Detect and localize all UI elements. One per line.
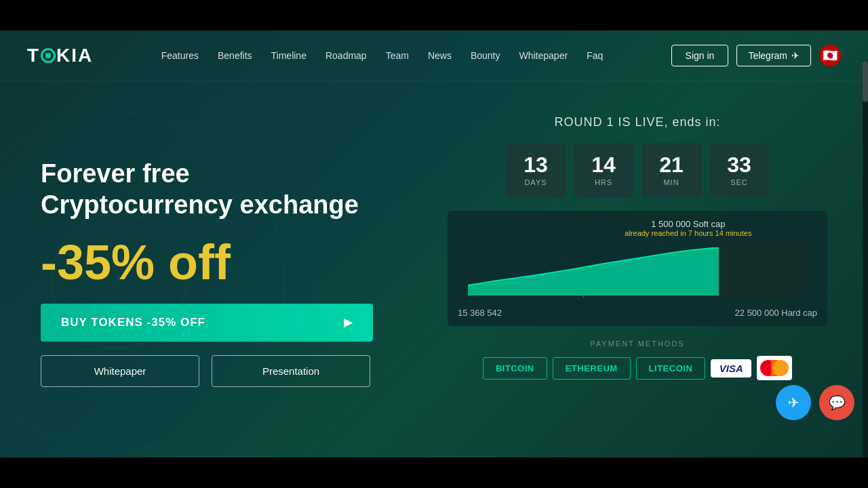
main-wrapper: T KIA Features Benefits Timeline Roadmap… bbox=[0, 30, 868, 458]
buy-tokens-button[interactable]: BUY TOKENS -35% OFF ▶ bbox=[41, 304, 373, 342]
sec-number: 33 bbox=[727, 154, 751, 176]
days-number: 13 bbox=[524, 154, 548, 176]
mastercard-button[interactable] bbox=[757, 356, 792, 380]
flag-emoji: 🇯🇵 bbox=[823, 48, 837, 63]
whitepaper-button[interactable]: Whitepaper bbox=[41, 355, 199, 387]
min-label: MIN bbox=[663, 178, 679, 186]
litecoin-button[interactable]: LITECOIN bbox=[636, 357, 706, 380]
chat-float-icon: 💬 bbox=[829, 394, 846, 411]
secondary-buttons: Whitepaper Presentation bbox=[41, 355, 420, 387]
signin-button[interactable]: Sign in bbox=[671, 45, 729, 66]
soft-cap-sub: already reached in 7 hours 14 minutes bbox=[625, 229, 751, 237]
nav-news[interactable]: News bbox=[428, 50, 452, 61]
hard-cap: 22 500 000 Hard cap bbox=[735, 308, 817, 318]
scrollbar[interactable] bbox=[863, 61, 868, 458]
telegram-label: Telegram bbox=[748, 50, 787, 61]
soft-cap-label: 1 500 000 Soft cap already reached in 7 … bbox=[625, 219, 751, 237]
svg-rect-2 bbox=[719, 238, 807, 296]
nav-whitepaper[interactable]: Whitepaper bbox=[519, 50, 568, 61]
nav-benefits[interactable]: Benefits bbox=[218, 50, 252, 61]
scrollbar-thumb[interactable] bbox=[863, 61, 868, 102]
telegram-button[interactable]: Telegram ✈ bbox=[736, 45, 811, 66]
chart-area: 1 500 000 Soft cap already reached in 7 … bbox=[448, 211, 827, 326]
logo-text-KIA: KIA bbox=[56, 45, 93, 66]
main-content: Forever free Cryptocurrency exchange -35… bbox=[0, 81, 868, 458]
telegram-float-icon: ✈ bbox=[788, 394, 800, 411]
days-label: DAYS bbox=[524, 178, 547, 186]
hrs-number: 14 bbox=[591, 154, 616, 176]
payment-section: PAYMENT METHODS BITCOIN ETHEREUM LITECOI… bbox=[448, 340, 827, 380]
black-bar-top bbox=[0, 0, 868, 30]
floating-buttons: ✈ 💬 bbox=[776, 385, 854, 420]
main-nav: Features Benefits Timeline Roadmap Team … bbox=[161, 50, 604, 61]
nav-roadmap[interactable]: Roadmap bbox=[326, 50, 367, 61]
header: T KIA Features Benefits Timeline Roadmap… bbox=[0, 30, 868, 81]
countdown-hrs: 14 HRS bbox=[574, 143, 633, 197]
nav-bounty[interactable]: Bounty bbox=[471, 50, 500, 61]
chart-svg bbox=[458, 238, 817, 296]
visa-label: VISA bbox=[719, 363, 743, 374]
header-actions: Sign in Telegram ✈ 🇯🇵 bbox=[671, 45, 841, 66]
bitcoin-button[interactable]: BITCOIN bbox=[483, 357, 547, 380]
logo-text-T: T bbox=[27, 45, 40, 66]
language-flag-button[interactable]: 🇯🇵 bbox=[819, 45, 841, 66]
hero-title: Forever free Cryptocurrency exchange bbox=[41, 159, 420, 220]
play-icon: ▶ bbox=[344, 316, 353, 329]
payment-buttons: BITCOIN ETHEREUM LITECOIN VISA bbox=[448, 356, 827, 380]
chat-float-button[interactable]: 💬 bbox=[819, 385, 854, 420]
nav-faq[interactable]: Faq bbox=[587, 50, 603, 61]
hero-title-line2: Cryptocurrency exchange bbox=[41, 190, 420, 221]
nav-features[interactable]: Features bbox=[161, 50, 199, 61]
right-section: ROUND 1 IS LIVE, ends in: 13 DAYS 14 HRS… bbox=[448, 108, 827, 437]
telegram-icon: ✈ bbox=[791, 50, 800, 61]
visa-button[interactable]: VISA bbox=[711, 359, 751, 378]
presentation-button[interactable]: Presentation bbox=[212, 355, 370, 387]
sec-label: SEC bbox=[730, 178, 748, 186]
countdown-days: 13 DAYS bbox=[506, 143, 566, 197]
hero-title-line1: Forever free bbox=[41, 159, 420, 190]
countdown-min: 21 MIN bbox=[642, 143, 701, 197]
logo[interactable]: T KIA bbox=[27, 45, 93, 66]
discount-text: -35% off bbox=[41, 238, 420, 287]
countdown-sec: 33 SEC bbox=[709, 143, 769, 197]
soft-cap-value: 1 500 000 Soft cap bbox=[625, 219, 751, 229]
telegram-float-button[interactable]: ✈ bbox=[776, 385, 811, 420]
black-bar-bottom bbox=[0, 458, 868, 488]
nav-timeline[interactable]: Timeline bbox=[271, 50, 307, 61]
payment-label: PAYMENT METHODS bbox=[448, 340, 827, 348]
round-label: ROUND 1 IS LIVE, ends in: bbox=[448, 115, 827, 129]
ethereum-button[interactable]: ETHEREUM bbox=[553, 357, 631, 380]
nav-team[interactable]: Team bbox=[386, 50, 409, 61]
mc-circle-right bbox=[772, 360, 789, 376]
min-number: 21 bbox=[659, 154, 684, 176]
left-section: Forever free Cryptocurrency exchange -35… bbox=[41, 108, 420, 437]
chart-bottom: 15 368 542 22 500 000 Hard cap bbox=[458, 308, 817, 318]
countdown: 13 DAYS 14 HRS 21 MIN 33 SEC bbox=[448, 143, 827, 197]
current-value: 15 368 542 bbox=[458, 308, 502, 318]
logo-icon bbox=[41, 48, 56, 63]
buy-tokens-label: BUY TOKENS -35% OFF bbox=[61, 316, 205, 329]
hrs-label: HRS bbox=[595, 178, 612, 186]
